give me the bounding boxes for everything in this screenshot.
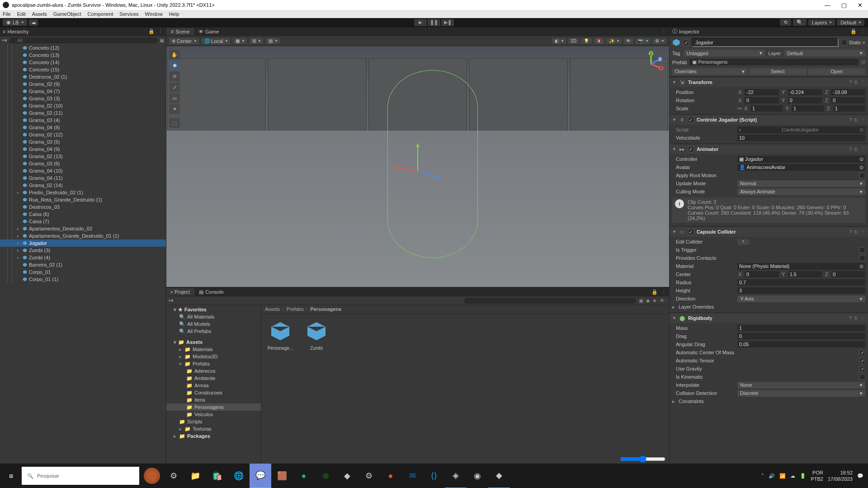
menu-help[interactable]: Help <box>169 11 179 17</box>
favorites-header[interactable]: Favorites <box>184 307 207 312</box>
grid-snap-button[interactable]: ▦ <box>233 38 247 44</box>
menu-edit[interactable]: Edit <box>17 11 26 17</box>
play-button[interactable]: ▶ <box>414 19 427 26</box>
menu-file[interactable]: File <box>3 11 11 17</box>
custom-tool[interactable]: ⬚ <box>169 118 180 128</box>
static-checkbox[interactable] <box>841 40 847 46</box>
culling-mode-dropdown[interactable]: Always Animate▾ <box>737 188 865 195</box>
search-global-button[interactable]: 🔍 <box>793 19 807 26</box>
mass-input[interactable] <box>737 325 865 331</box>
tray-notifications-icon[interactable]: 💬 <box>857 473 863 479</box>
folder-itens[interactable]: 📁 Itens <box>166 396 261 404</box>
hierarchy-item[interactable]: Grama_02 (9) <box>0 80 166 88</box>
hierarchy-list[interactable]: Concreto (12)Concreto (13)Concreto (14)C… <box>0 44 166 463</box>
hierarchy-item[interactable]: Grama_04 (10) <box>0 167 166 174</box>
avatar-field[interactable]: 👤 AnimacoesAvatar⊙ <box>737 164 865 171</box>
settings-icon[interactable]: ⚙ <box>163 464 184 488</box>
component-menu-icon[interactable]: ⋮ <box>860 80 865 85</box>
tab-scene[interactable]: # Scene <box>166 28 194 35</box>
hierarchy-item[interactable]: Grama_02 (13) <box>0 153 166 160</box>
preset-icon[interactable]: ⎘ <box>854 315 858 321</box>
scale-y-input[interactable] <box>792 105 824 112</box>
add-button[interactable]: +▾ <box>2 38 7 43</box>
epic-icon[interactable]: ◆ <box>336 464 358 488</box>
position-x-input[interactable] <box>745 89 779 95</box>
transform-tool[interactable]: ✦ <box>169 104 180 114</box>
asset-grid[interactable]: Personage... Zumbi <box>261 314 669 455</box>
pause-button[interactable]: ❚❚ <box>428 19 440 26</box>
tray-volume-icon[interactable]: 🔊 <box>769 473 775 479</box>
rigidbody-header[interactable]: ▼⬤ Rigidbody ?⎘⋮ <box>670 313 868 323</box>
folder-prefabs[interactable]: ▾📁 Prefabs <box>166 360 261 367</box>
account-dropdown[interactable]: ◉ LB <box>3 19 27 26</box>
prefab-asset-field[interactable]: ▣ Personagens <box>689 59 859 66</box>
project-search-input[interactable] <box>464 298 636 304</box>
controller-field[interactable]: ▦ Jogador⊙ <box>737 156 865 163</box>
animator-header[interactable]: ▼▸▸ Animator ?⎘⋮ <box>670 144 868 154</box>
hierarchy-item[interactable]: ▸Zumbi (4) <box>0 254 166 261</box>
step-button[interactable]: ▶❚ <box>441 19 454 26</box>
hierarchy-item[interactable]: Grama_04 (8) <box>0 124 166 131</box>
hierarchy-item[interactable]: Concreto (13) <box>0 52 166 59</box>
cloud-button[interactable]: ☁ <box>29 19 38 26</box>
asset-size-slider[interactable] <box>620 456 665 462</box>
crumb-personagens[interactable]: Personagens <box>310 306 341 312</box>
hierarchy-item[interactable]: ▸Predio_Destruido_02 (1) <box>0 189 166 196</box>
unity-hub-icon[interactable]: ◈ <box>445 464 467 488</box>
hierarchy-item[interactable]: Destrocos_03 <box>0 203 166 211</box>
preset-icon[interactable]: ⎘ <box>854 229 858 235</box>
asset-personagens[interactable]: Personage... <box>266 319 295 351</box>
menu-window[interactable]: Window <box>145 11 163 17</box>
project-tree[interactable]: ▾ ★ Favorites 🔍 All Materials 🔍 All Mode… <box>166 305 261 463</box>
layout-dropdown[interactable]: Default <box>837 19 864 26</box>
tag-dropdown[interactable]: Untagged▾ <box>684 50 765 56</box>
hierarchy-item[interactable]: Grama_02 (10) <box>0 102 166 109</box>
tray-battery-icon[interactable]: 🔋 <box>800 473 806 479</box>
rotate-tool[interactable]: ⟳ <box>169 71 180 81</box>
explorer-icon[interactable]: 📁 <box>184 464 206 488</box>
edit-collider-button[interactable]: ᑦ <box>737 239 749 245</box>
unity-editor-icon[interactable]: ◆ <box>488 464 510 488</box>
folder-aderecos[interactable]: 📁 Aderecos <box>166 367 261 375</box>
animator-enabled-checkbox[interactable] <box>688 146 694 152</box>
auto-com-checkbox[interactable] <box>859 350 865 356</box>
velocidade-input[interactable] <box>737 135 865 141</box>
gameobject-active-checkbox[interactable] <box>683 40 689 46</box>
auto-tensor-checkbox[interactable] <box>859 358 865 364</box>
hierarchy-item[interactable]: Grama_02 (11) <box>0 109 166 117</box>
chrome-icon[interactable]: 🌐 <box>228 464 250 488</box>
fav-prefabs[interactable]: 🔍 All Prefabs <box>166 328 261 335</box>
tray-language[interactable]: POR <box>811 469 823 476</box>
preset-icon[interactable]: ⎘ <box>854 146 858 152</box>
orientation-gizmo[interactable]: y x z <box>637 51 665 78</box>
scale-z-input[interactable] <box>833 105 865 112</box>
collision-detection-dropdown[interactable]: Discrete▾ <box>737 390 865 397</box>
visibility-toggle[interactable]: 👁 <box>623 38 633 44</box>
hierarchy-item[interactable]: ▸Zumbi (3) <box>0 247 166 254</box>
center-z-input[interactable] <box>831 271 865 277</box>
gizmos-toggle[interactable]: ⚙ <box>652 38 666 44</box>
project-add-button[interactable]: +▾ <box>168 298 174 304</box>
minimize-button[interactable]: — <box>825 2 830 9</box>
root-motion-checkbox[interactable] <box>859 173 865 178</box>
panel-lock-icon[interactable]: 🔒 <box>148 28 155 34</box>
rotation-z-input[interactable] <box>831 97 865 103</box>
rotation-x-input[interactable] <box>745 97 779 103</box>
scale-tool[interactable]: ⤢ <box>169 82 180 92</box>
prefab-select-button[interactable]: Select <box>749 68 806 75</box>
panel-menu-icon[interactable]: ⋮ <box>158 28 163 34</box>
close-button[interactable]: ✕ <box>858 2 863 9</box>
component-menu-icon[interactable]: ⋮ <box>860 315 865 321</box>
tab-project[interactable]: ▪ Project <box>166 288 194 296</box>
lighting-toggle[interactable]: 💡 <box>581 38 592 44</box>
scale-link-icon[interactable]: ⚯ <box>737 106 741 112</box>
hierarchy-item[interactable]: Grama_03 (5) <box>0 138 166 145</box>
gameobject-name-input[interactable] <box>692 38 839 47</box>
provides-contacts-checkbox[interactable] <box>859 255 865 261</box>
inspector-menu-icon[interactable]: ⋮ <box>860 28 865 34</box>
spotify-icon[interactable]: ● <box>293 464 315 488</box>
menu-assets[interactable]: Assets <box>32 11 47 17</box>
tray-date[interactable]: 17/08/2023 <box>828 476 853 482</box>
interpolate-dropdown[interactable]: None▾ <box>737 382 865 389</box>
folder-construcoes[interactable]: 📁 Construcoes <box>166 389 261 396</box>
